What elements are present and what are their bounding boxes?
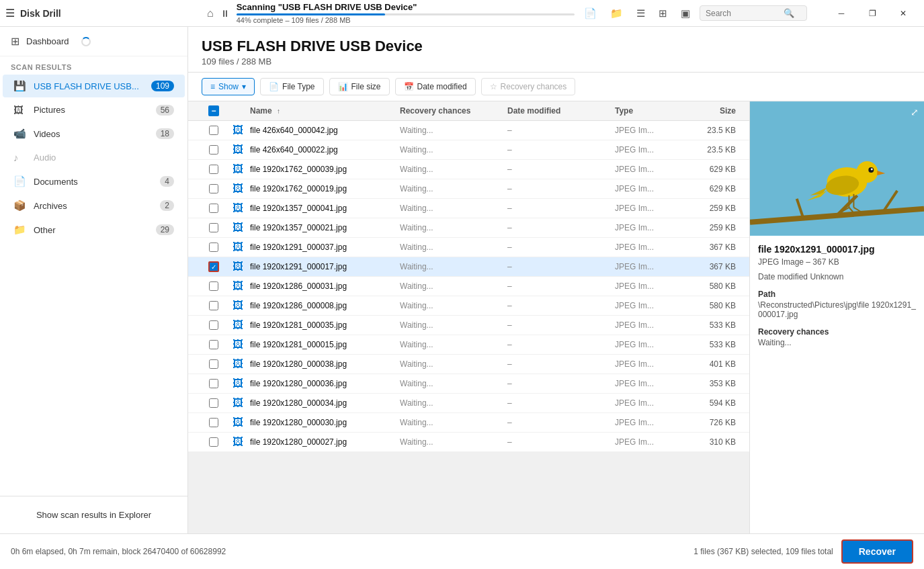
file-size: 594 KB <box>682 398 736 408</box>
row-checkbox[interactable] <box>209 145 218 155</box>
header-checkbox-col[interactable] <box>202 105 226 116</box>
table-row[interactable]: 🖼 file 1920x1291_000017.jpg Waiting... –… <box>188 257 749 277</box>
table-row[interactable]: 🖼 file 1920x1280_000038.jpg Waiting... –… <box>188 355 749 374</box>
sidebar-item-usb-count: 109 <box>151 81 174 91</box>
list-icon[interactable]: ☰ <box>634 5 648 22</box>
file-type-icon: 🖼 <box>233 261 243 273</box>
expand-preview-button[interactable]: ⤢ <box>911 107 919 118</box>
recovery-chances-filter-button[interactable]: ☆ Recovery chances <box>481 78 576 95</box>
home-icon[interactable]: ⌂ <box>207 7 214 19</box>
checkbox-col[interactable] <box>202 145 226 155</box>
row-checkbox[interactable] <box>208 261 219 272</box>
archives-icon: 📦 <box>13 200 27 212</box>
file-rows-container: 🖼 file 426x640_000042.jpg Waiting... – J… <box>188 121 749 452</box>
row-checkbox[interactable] <box>209 165 218 174</box>
row-checkbox[interactable] <box>209 359 218 369</box>
file-icon[interactable]: 📄 <box>581 5 599 22</box>
row-checkbox[interactable] <box>209 398 218 408</box>
row-checkbox[interactable] <box>209 418 218 427</box>
table-row[interactable]: 🖼 file 1920x1286_000031.jpg Waiting... –… <box>188 277 749 296</box>
main-layout: ⊞ Dashboard Scan results 💾 USB FLASH DRI… <box>0 27 924 533</box>
checkbox-col[interactable] <box>202 126 226 135</box>
date-modified: – <box>507 301 615 310</box>
checkbox-col[interactable] <box>202 437 226 447</box>
select-all-checkbox[interactable] <box>208 105 219 116</box>
table-row[interactable]: 🖼 file 1920x1281_000035.jpg Waiting... –… <box>188 316 749 335</box>
date-modified-filter-button[interactable]: 📅 Date modified <box>395 78 476 95</box>
search-box[interactable]: 🔍 <box>700 5 807 21</box>
row-checkbox[interactable] <box>209 340 218 349</box>
date-modified: – <box>507 243 615 252</box>
checkbox-col[interactable] <box>202 243 226 252</box>
table-row[interactable]: 🖼 file 1920x1291_000037.jpg Waiting... –… <box>188 238 749 257</box>
sidebar-item-pictures[interactable]: 🖼 Pictures 56 <box>3 99 185 121</box>
table-row[interactable]: 🖼 file 1920x1762_000019.jpg Waiting... –… <box>188 179 749 199</box>
sidebar-item-other-count: 29 <box>156 224 174 235</box>
table-row[interactable]: 🖼 file 1920x1357_000021.jpg Waiting... –… <box>188 218 749 238</box>
row-checkbox[interactable] <box>209 204 218 213</box>
file-size-filter-button[interactable]: 📊 File size <box>329 78 390 95</box>
table-row[interactable]: 🖼 file 426x640_000022.jpg Waiting... – J… <box>188 140 749 160</box>
table-row[interactable]: 🖼 file 1920x1286_000008.jpg Waiting... –… <box>188 296 749 316</box>
hamburger-icon[interactable]: ☰ <box>5 7 15 19</box>
table-row[interactable]: 🖼 file 1920x1280_000030.jpg Waiting... –… <box>188 413 749 433</box>
checkbox-col[interactable] <box>202 359 226 369</box>
checkbox-col[interactable] <box>202 184 226 193</box>
sidebar-item-documents[interactable]: 📄 Documents 4 <box>3 170 185 193</box>
row-checkbox[interactable] <box>209 184 218 193</box>
sidebar-item-other[interactable]: 📁 Other 29 <box>3 218 185 241</box>
search-input[interactable] <box>706 9 780 18</box>
checkbox-col[interactable] <box>202 281 226 291</box>
row-checkbox[interactable] <box>209 301 218 310</box>
sidebar-item-videos[interactable]: 📹 Videos 18 <box>3 122 185 145</box>
sidebar-dashboard[interactable]: ⊞ Dashboard <box>0 27 187 56</box>
checkbox-col[interactable] <box>202 223 226 232</box>
row-checkbox[interactable] <box>209 126 218 135</box>
checkbox-col[interactable] <box>202 301 226 310</box>
recover-button[interactable]: Recover <box>841 539 913 564</box>
show-scan-results-button[interactable]: Show scan results in Explorer <box>8 505 179 525</box>
row-checkbox[interactable] <box>209 437 218 447</box>
checkbox-col[interactable] <box>202 165 226 174</box>
minimize-button[interactable]: ─ <box>826 0 857 27</box>
filter-icon: ≡ <box>210 82 215 91</box>
folder-icon[interactable]: 📁 <box>607 5 626 22</box>
row-checkbox[interactable] <box>209 379 218 388</box>
sidebar: ⊞ Dashboard Scan results 💾 USB FLASH DRI… <box>0 27 188 533</box>
table-row[interactable]: 🖼 file 1920x1280_000036.jpg Waiting... –… <box>188 374 749 394</box>
pause-icon[interactable]: ⏸ <box>220 8 230 19</box>
maximize-button[interactable]: ❐ <box>857 0 888 27</box>
checkbox-col[interactable] <box>202 261 226 272</box>
show-filter-button[interactable]: ≡ Show ▾ <box>202 78 255 95</box>
row-checkbox[interactable] <box>209 223 218 232</box>
header-date: Date modified <box>507 106 615 116</box>
row-checkbox[interactable] <box>209 320 218 330</box>
checkbox-col[interactable] <box>202 379 226 388</box>
checkbox-col[interactable] <box>202 320 226 330</box>
checkbox-col[interactable] <box>202 418 226 427</box>
table-row[interactable]: 🖼 file 1920x1281_000015.jpg Waiting... –… <box>188 335 749 355</box>
title-bar: ☰ Disk Drill ⌂ ⏸ Scanning "USB FLASH DRI… <box>0 0 924 27</box>
close-button[interactable]: ✕ <box>888 0 919 27</box>
grid-icon[interactable]: ⊞ <box>656 5 670 22</box>
table-row[interactable]: 🖼 file 1920x1762_000039.jpg Waiting... –… <box>188 160 749 179</box>
table-row[interactable]: 🖼 file 1920x1280_000027.jpg Waiting... –… <box>188 433 749 452</box>
table-row[interactable]: 🖼 file 1920x1357_000041.jpg Waiting... –… <box>188 199 749 218</box>
file-type-filter-button[interactable]: 📄 File Type <box>260 78 323 95</box>
checkbox-col[interactable] <box>202 340 226 349</box>
header-name[interactable]: Name ↑ <box>250 106 400 116</box>
recovery-chances: Waiting... <box>400 204 507 213</box>
sidebar-item-usb[interactable]: 💾 USB FLASH DRIVE USB... 109 <box>3 75 185 97</box>
checkbox-col[interactable] <box>202 398 226 408</box>
table-row[interactable]: 🖼 file 1920x1280_000034.jpg Waiting... –… <box>188 394 749 413</box>
panel-icon[interactable]: ▣ <box>678 5 693 22</box>
table-row[interactable]: 🖼 file 426x640_000042.jpg Waiting... – J… <box>188 121 749 140</box>
file-size: 580 KB <box>682 281 736 291</box>
row-checkbox[interactable] <box>209 243 218 252</box>
row-checkbox[interactable] <box>209 281 218 291</box>
sidebar-item-archives[interactable]: 📦 Archives 2 <box>3 194 185 217</box>
recovery-chances: Waiting... <box>400 320 507 330</box>
date-modified: – <box>507 281 615 291</box>
checkbox-col[interactable] <box>202 204 226 213</box>
sidebar-item-audio[interactable]: ♪ Audio <box>3 146 185 169</box>
